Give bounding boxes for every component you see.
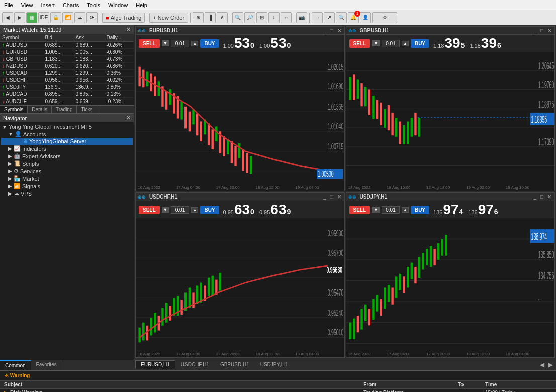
nav-services[interactable]: ▶ ⚙ Services xyxy=(1,167,133,175)
nav-ea[interactable]: ▶ 🤖 Expert Advisors xyxy=(1,152,133,160)
chart-eurusd-min[interactable]: _ xyxy=(322,28,327,33)
chart-usdjpy-max[interactable]: □ xyxy=(539,194,544,200)
toolbar-hscale[interactable]: ↔ xyxy=(281,12,292,23)
eurusd-lot-up[interactable]: ▲ xyxy=(191,41,198,46)
toolbar-cursor[interactable]: ↗ xyxy=(324,12,335,23)
toolbar-crosshair[interactable]: ⊕ xyxy=(193,12,204,23)
toolbar-screenshot[interactable]: 📷 xyxy=(296,12,307,23)
usdjpy-sell-btn[interactable]: SELL xyxy=(349,206,370,214)
toolbar-bar[interactable]: ▐ xyxy=(205,12,216,23)
toolbar-refresh[interactable]: ⟳ xyxy=(86,12,98,23)
toolbar-notification[interactable]: 🔔 1 xyxy=(348,12,359,23)
eurusd-sell-arrow[interactable]: ▼ xyxy=(162,40,169,46)
usdjpy-buy-btn[interactable]: BUY xyxy=(411,206,429,214)
nav-content: ▼ Yong Ying Global Investment MT5 ▼ 👤 Ac… xyxy=(0,122,134,360)
mw-symbol[interactable]: ↓ GBPUSD xyxy=(0,56,43,63)
eurusd-sell-btn[interactable]: SELL xyxy=(139,39,160,48)
chart-gbpusd-close[interactable]: ✕ xyxy=(546,28,552,33)
menu-insert[interactable]: Insert xyxy=(37,1,59,9)
menu-charts[interactable]: Charts xyxy=(59,1,83,9)
chart-gbpusd-max[interactable]: □ xyxy=(539,28,544,33)
usdchf-lot-input[interactable] xyxy=(171,206,189,214)
mw-symbol[interactable]: ↓ EURUSD xyxy=(0,49,43,56)
mw-symbol[interactable]: ↓ AUDCHF xyxy=(0,98,43,105)
toolbar-vscale[interactable]: ↕ xyxy=(268,12,280,23)
usdchf-sell-btn[interactable]: SELL xyxy=(139,206,160,214)
toolbar-person[interactable]: 👤 xyxy=(360,12,371,23)
usdjpy-sell-arrow[interactable]: ▼ xyxy=(372,207,380,213)
toolbar-newchart[interactable]: ▦ xyxy=(26,12,37,23)
menu-help[interactable]: Help xyxy=(132,1,151,9)
chart-usdchf-close[interactable]: ✕ xyxy=(336,194,342,200)
nav-vps[interactable]: ▶ ☁ VPS xyxy=(1,190,133,198)
chart-tab-gbpusd[interactable]: GBPUSD,H1 xyxy=(215,360,255,369)
mw-tab-details[interactable]: Details xyxy=(28,106,52,113)
menu-window[interactable]: Window xyxy=(104,1,132,9)
eurusd-lot-input[interactable] xyxy=(171,40,189,47)
toolbar-signal[interactable]: 📶 xyxy=(62,12,73,23)
chart-usdchf-max[interactable]: □ xyxy=(329,194,334,200)
usdchf-buy-btn[interactable]: BUY xyxy=(200,206,219,214)
toolbar-settings[interactable]: ⚙ xyxy=(372,12,397,23)
toolbar-arrow[interactable]: → xyxy=(312,12,323,23)
toolbar-zoom-out[interactable]: 🔎 xyxy=(244,12,255,23)
chart-usdjpy-close[interactable]: ✕ xyxy=(546,194,552,200)
nav-accounts[interactable]: ▼ 👤 Accounts xyxy=(1,130,133,138)
chart-tabs-scroll-right[interactable]: ▶ xyxy=(546,361,555,368)
mw-tab-ticks[interactable]: Ticks xyxy=(77,106,97,113)
toolbar-zoom-in[interactable]: 🔍 xyxy=(232,12,243,23)
mw-tab-symbols[interactable]: Symbols xyxy=(0,106,28,113)
mw-symbol[interactable]: ↑ USDJPY xyxy=(0,84,43,91)
gbpusd-sell-arrow[interactable]: ▼ xyxy=(372,40,380,46)
nav-market[interactable]: ▶ 🏪 Market xyxy=(1,175,133,182)
toolbar-grid[interactable]: ⊞ xyxy=(256,12,267,23)
chart-usdjpy-min[interactable]: _ xyxy=(532,194,537,200)
usdjpy-lot-input[interactable] xyxy=(382,206,400,214)
toolbar-search[interactable]: 🔍 xyxy=(336,12,347,23)
nav-tab-favorites[interactable]: Favorites xyxy=(31,360,62,370)
mw-symbol[interactable]: ↑ AUDCAD xyxy=(0,91,43,98)
usdchf-sell-arrow[interactable]: ▼ xyxy=(162,207,169,213)
menu-file[interactable]: File xyxy=(0,1,17,9)
new-order-btn[interactable]: + New Order xyxy=(149,13,188,23)
nav-server[interactable]: 🖥 YongYingGlobal-Server xyxy=(1,138,133,145)
toolbar-ide[interactable]: IDE xyxy=(38,12,49,23)
market-watch-close[interactable]: ✕ xyxy=(126,26,131,33)
chart-tab-usdjpy[interactable]: USDJPY,H1 xyxy=(255,360,293,369)
eurusd-buy-btn[interactable]: BUY xyxy=(200,39,219,48)
mw-symbol[interactable]: ↑ USDCAD xyxy=(0,70,43,77)
menu-view[interactable]: View xyxy=(17,1,37,9)
chart-tabs-scroll-left[interactable]: ◀ xyxy=(538,361,546,368)
chart-gbpusd-min[interactable]: _ xyxy=(532,28,537,33)
mail-row[interactable]: ▶Risk Warning Trading Platform 15:09 | T… xyxy=(0,389,556,393)
gbpusd-sell-btn[interactable]: SELL xyxy=(349,39,370,48)
nav-tab-common[interactable]: Common xyxy=(0,360,31,370)
svg-text:134.755: 134.755 xyxy=(538,269,554,282)
usdchf-lot-up[interactable]: ▲ xyxy=(191,207,198,213)
gbpusd-lot-up[interactable]: ▲ xyxy=(402,41,409,46)
chart-usdchf-min[interactable]: _ xyxy=(322,194,327,200)
navigator-close[interactable]: ✕ xyxy=(126,115,131,121)
chart-eurusd-max[interactable]: □ xyxy=(329,28,334,33)
menu-tools[interactable]: Tools xyxy=(83,1,104,9)
algo-trading-btn[interactable]: ■ Algo Trading xyxy=(102,13,145,23)
toolbar-candle[interactable]: 🕯 xyxy=(217,12,228,23)
nav-broker[interactable]: ▼ Yong Ying Global Investment MT5 xyxy=(1,123,133,130)
toolbar-lock[interactable]: 🔒 xyxy=(50,12,61,23)
nav-signals[interactable]: ▶ 📶 Signals xyxy=(1,182,133,190)
mw-symbol[interactable]: ↓ USDCHF xyxy=(0,77,43,84)
chart-tab-usdchf[interactable]: USDCHF,H1 xyxy=(175,360,215,369)
gbpusd-lot-input[interactable] xyxy=(382,40,400,47)
toolbar-fwd[interactable]: ▶ xyxy=(14,12,25,23)
nav-indicators[interactable]: ▶ 📈 Indicators xyxy=(1,145,133,152)
gbpusd-buy-btn[interactable]: BUY xyxy=(411,39,429,48)
toolbar-back[interactable]: ◀ xyxy=(2,12,13,23)
mw-tab-trading[interactable]: Trading xyxy=(52,106,77,113)
nav-scripts[interactable]: ▶ 📜 Scripts xyxy=(1,160,133,167)
chart-tab-eurusd[interactable]: EURUSD,H1 xyxy=(135,360,175,369)
usdjpy-lot-up[interactable]: ▲ xyxy=(402,207,409,213)
toolbar-cloud[interactable]: ☁ xyxy=(74,12,85,23)
mw-symbol[interactable]: ↑ AUDUSD xyxy=(0,42,43,49)
chart-eurusd-close[interactable]: ✕ xyxy=(336,28,342,33)
mw-symbol[interactable]: ↓ NZDUSD xyxy=(0,63,43,70)
